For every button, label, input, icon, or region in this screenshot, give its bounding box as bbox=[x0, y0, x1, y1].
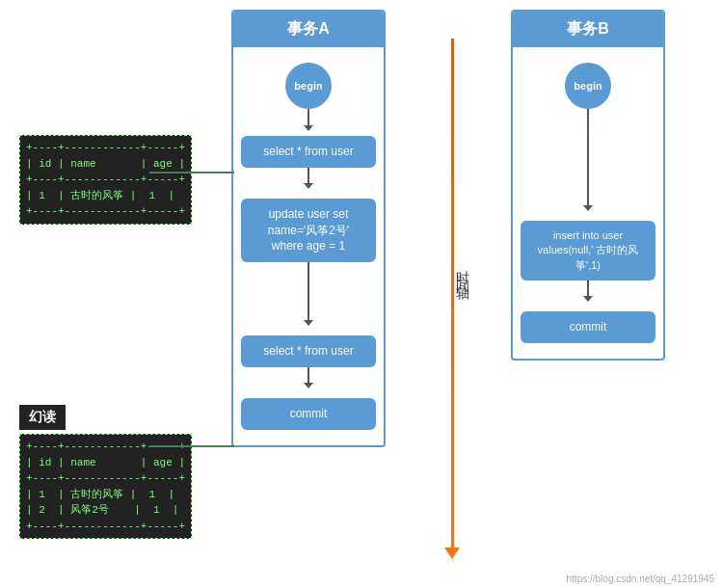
time-axis-line bbox=[451, 39, 454, 549]
node-begin-b: begin bbox=[565, 63, 611, 109]
table-bottom: +----+------------+-----+ | id | name | … bbox=[19, 434, 192, 539]
node-update: update user set name='风筝2号' where age = … bbox=[241, 199, 376, 262]
table-bottom-container: 幻读 +----+------------+-----+ | id | name… bbox=[19, 405, 192, 539]
node-commit-b: commit bbox=[521, 311, 655, 343]
transaction-a-header: 事务A bbox=[233, 12, 384, 47]
transaction-b-column: 事务B begin insert into user values(null,'… bbox=[511, 10, 665, 361]
transaction-a-body: begin select * from user update user set… bbox=[233, 47, 384, 445]
time-label: 时 间 轴 bbox=[454, 260, 471, 278]
transaction-b-body: begin insert into user values(null,' 古时的… bbox=[513, 47, 663, 359]
arrow-1 bbox=[308, 109, 309, 126]
time-axis bbox=[451, 39, 454, 549]
node-commit-a: commit bbox=[241, 398, 376, 430]
transaction-b-header: 事务B bbox=[513, 12, 663, 47]
node-insert: insert into user values(null,' 古时的风筝',1) bbox=[521, 221, 655, 281]
connector-line-top bbox=[149, 172, 234, 174]
table-top: +----+------------+-----+ | id | name | … bbox=[19, 135, 192, 225]
watermark: https://blog.csdn.net/qq_41291945 bbox=[567, 574, 714, 584]
main-container: { "header": { "transaction_a_label": "事务… bbox=[0, 0, 722, 588]
phantom-label: 幻读 bbox=[19, 405, 66, 430]
connector-line-bottom bbox=[149, 445, 234, 447]
node-select-2: select * from user bbox=[241, 335, 376, 367]
transaction-a-column: 事务A begin select * from user update user… bbox=[231, 10, 386, 447]
node-begin-a: begin bbox=[285, 63, 332, 109]
node-select-1: select * from user bbox=[241, 136, 376, 168]
table-top-container: +----+------------+-----+ | id | name | … bbox=[19, 135, 192, 225]
